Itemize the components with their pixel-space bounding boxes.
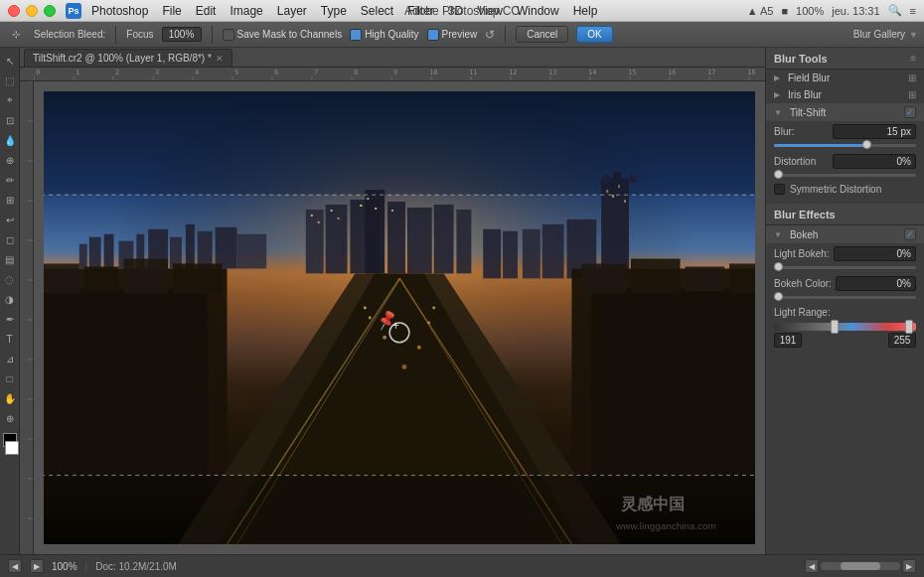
menu-type[interactable]: Type — [315, 2, 353, 20]
canvas-area[interactable]: 📌 + 灵感中国 www.lingganchina.com — [34, 81, 765, 554]
svg-text:7: 7 — [314, 69, 318, 76]
light-range-track[interactable] — [774, 323, 916, 331]
menu-layer[interactable]: Layer — [271, 2, 313, 20]
light-bokeh-label: Light Bokeh: — [774, 248, 830, 259]
distortion-slider-track[interactable] — [774, 174, 916, 177]
eraser-tool[interactable]: ◻ — [1, 230, 19, 248]
next-tool-button[interactable]: ▶ — [30, 559, 44, 573]
field-blur-row[interactable]: ▶ Field Blur ⊞ — [766, 70, 924, 86]
light-range-slider-row: 191 255 — [766, 321, 924, 354]
svg-text:12: 12 — [509, 69, 517, 76]
svg-rect-94 — [631, 259, 681, 294]
iris-blur-row[interactable]: ▶ Iris Blur ⊞ — [766, 86, 924, 103]
menu-photoshop[interactable]: Photoshop — [85, 2, 154, 20]
light-range-max[interactable]: 255 — [888, 333, 916, 348]
bokeh-color-slider-track[interactable] — [774, 296, 916, 299]
shape-tool[interactable]: □ — [1, 369, 19, 387]
hamburger-icon[interactable]: ≡ — [910, 5, 916, 17]
focus-value[interactable]: 100% — [162, 27, 202, 42]
high-quality-checkbox[interactable] — [350, 29, 362, 41]
light-bokeh-slider-thumb[interactable] — [774, 262, 783, 271]
menu-edit[interactable]: Edit — [190, 2, 223, 20]
light-range-handle-right[interactable] — [905, 320, 913, 334]
prev-tool-button[interactable]: ◀ — [8, 559, 22, 573]
bokeh-check-icon: ✓ — [906, 229, 914, 239]
preview-checkbox[interactable] — [427, 29, 439, 41]
light-bokeh-row: Light Bokeh: 0% — [766, 243, 924, 264]
menu-image[interactable]: Image — [224, 2, 268, 20]
canvas-and-ruler: 0 — [20, 81, 765, 554]
close-button[interactable] — [8, 5, 20, 17]
crop-tool[interactable]: ⊡ — [1, 111, 19, 129]
move-tool[interactable]: ↖ — [1, 52, 19, 70]
hand-tool[interactable]: ✋ — [1, 389, 19, 407]
scroll-indicator-h — [841, 562, 880, 570]
menu-help[interactable]: Help — [567, 2, 604, 20]
scroll-left-button[interactable]: ◀ — [805, 559, 819, 573]
high-quality-label: High Quality — [365, 29, 418, 40]
title-bar-right: ▲ A5 ■ 100% jeu. 13:31 🔍 ≡ — [747, 4, 916, 17]
svg-rect-121 — [624, 200, 626, 203]
background-color[interactable] — [5, 441, 19, 455]
ok-button[interactable]: OK — [576, 26, 612, 43]
maximize-button[interactable] — [44, 5, 56, 17]
bokeh-row[interactable]: ▼ Bokeh ✓ — [766, 225, 924, 243]
light-bokeh-slider-track[interactable] — [774, 266, 916, 269]
light-bokeh-value[interactable]: 0% — [834, 246, 916, 261]
gradient-tool[interactable]: ▤ — [1, 250, 19, 268]
bokeh-color-slider-thumb[interactable] — [774, 292, 783, 301]
tilt-shift-row[interactable]: ▼ Tilt-Shift ✓ — [766, 103, 924, 121]
eyedropper-tool[interactable]: 💧 — [1, 131, 19, 149]
tab-close-icon[interactable]: ✕ — [216, 54, 224, 64]
pen-tool[interactable]: ✒ — [1, 310, 19, 328]
tilt-shift-checkbox[interactable]: ✓ — [904, 106, 916, 118]
svg-rect-89 — [123, 259, 168, 294]
refresh-icon[interactable]: ↺ — [485, 28, 495, 42]
bokeh-color-value[interactable]: 0% — [836, 276, 916, 291]
brush-tool[interactable]: ✏ — [1, 171, 19, 189]
text-tool[interactable]: T — [1, 330, 19, 348]
blur-slider-fill — [774, 144, 866, 147]
stamp-tool[interactable]: ⊞ — [1, 191, 19, 209]
canvas-tab-main[interactable]: TiltShift.cr2 @ 100% (Layer 1, RGB/8*) *… — [24, 49, 232, 67]
light-range-min[interactable]: 191 — [774, 333, 802, 348]
blur-value[interactable]: 15 px — [833, 124, 916, 139]
cancel-button[interactable]: Cancel — [516, 26, 568, 43]
svg-rect-81 — [542, 224, 564, 279]
menu-file[interactable]: File — [156, 2, 187, 20]
search-icon[interactable]: 🔍 — [888, 4, 902, 17]
light-bokeh-slider-row — [766, 264, 924, 273]
menu-select[interactable]: Select — [355, 2, 399, 20]
right-panel: Blur Tools ≡ ▶ Field Blur ⊞ ▶ Iris Blur … — [765, 48, 924, 554]
symmetric-distortion-label: Symmetric Distortion — [790, 184, 881, 195]
blur-tool[interactable]: ◌ — [1, 270, 19, 288]
minimize-button[interactable] — [26, 5, 38, 17]
distortion-value[interactable]: 0% — [833, 154, 916, 169]
zoom-tool-btn[interactable]: ⊕ — [1, 409, 19, 427]
heal-tool[interactable]: ⊕ — [1, 151, 19, 169]
distortion-slider-thumb[interactable] — [774, 170, 783, 179]
distortion-label: Distortion — [774, 156, 829, 167]
path-tool[interactable]: ⊿ — [1, 350, 19, 367]
symmetric-distortion-checkbox[interactable] — [774, 184, 785, 195]
svg-point-108 — [427, 321, 430, 324]
light-range-label: Light Range: — [774, 307, 831, 318]
city-scene-svg: 📌 + 灵感中国 www.lingganchina.com — [44, 91, 755, 544]
svg-rect-124 — [44, 91, 755, 195]
blur-gallery-dropdown-icon[interactable]: ▼ — [909, 30, 918, 40]
save-mask-checkbox[interactable] — [223, 29, 234, 41]
panel-menu-icon[interactable]: ≡ — [910, 53, 916, 64]
scroll-right-button[interactable]: ▶ — [902, 559, 916, 573]
main-area: ↖ ⬚ ⌖ ⊡ 💧 ⊕ ✏ ⊞ ↩ ◻ ▤ ◌ ◑ ✒ T ⊿ □ ✋ ⊕ Ti… — [0, 48, 924, 554]
dodge-tool[interactable]: ◑ — [1, 290, 19, 308]
bokeh-checkbox[interactable]: ✓ — [904, 228, 916, 240]
iris-blur-icon: ⊞ — [908, 89, 916, 100]
lasso-tool[interactable]: ⌖ — [1, 91, 19, 109]
svg-rect-71 — [365, 190, 385, 273]
blur-slider-track[interactable] — [774, 144, 916, 147]
history-tool[interactable]: ↩ — [1, 211, 19, 228]
light-range-handle-left[interactable] — [831, 320, 839, 334]
blur-slider-thumb[interactable] — [862, 140, 871, 149]
select-tool[interactable]: ⬚ — [1, 72, 19, 89]
scroll-thumb-h[interactable] — [821, 562, 900, 570]
